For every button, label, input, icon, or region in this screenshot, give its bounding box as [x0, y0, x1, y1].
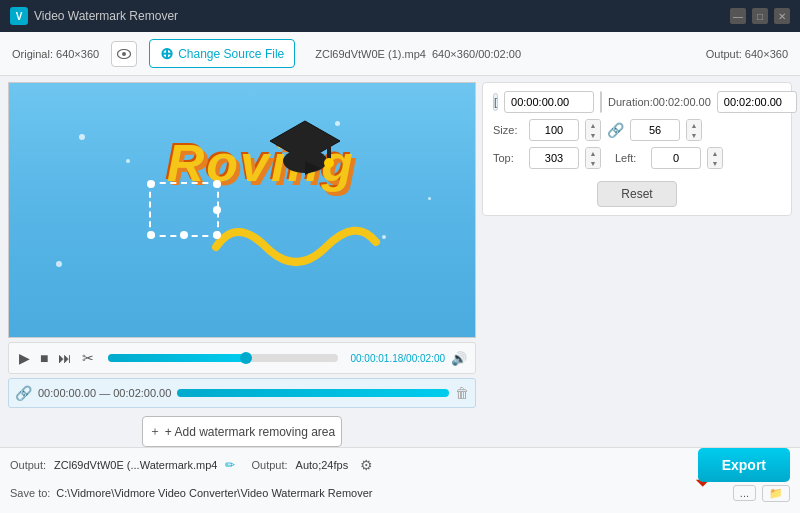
spin-up[interactable]: ▲	[687, 120, 701, 130]
seek-bar-fill	[108, 354, 246, 362]
time-display: 00:00:01.18/00:02:00	[350, 353, 445, 364]
window-controls: — □ ✕	[730, 8, 790, 24]
spin-up[interactable]: ▲	[708, 148, 722, 158]
graduation-cap-icon	[265, 113, 345, 183]
export-button[interactable]: Export	[698, 448, 790, 482]
clip-icon: 🔗	[15, 385, 32, 401]
start-time-input[interactable]	[504, 91, 594, 113]
seek-bar[interactable]	[108, 354, 338, 362]
svg-point-5	[324, 158, 334, 168]
main-container: Original: 640×360 ⊕ Change Source File Z…	[0, 32, 800, 513]
spin-down[interactable]: ▼	[586, 158, 600, 168]
spin-down[interactable]: ▼	[586, 130, 600, 140]
save-to-label: Save to:	[10, 487, 50, 499]
size-row: Size: ▲ ▼ 🔗 ▲ ▼	[493, 119, 781, 141]
output-file-value: ZCl69dVtW0E (...Watermark.mp4	[54, 459, 217, 471]
close-button[interactable]: ✕	[774, 8, 790, 24]
svg-rect-4	[327, 139, 331, 161]
eye-button[interactable]	[111, 41, 137, 67]
stop-button[interactable]: ■	[38, 348, 50, 368]
cut-button[interactable]: ✂	[80, 348, 96, 368]
app-title: Video Watermark Remover	[34, 9, 730, 23]
spin-up[interactable]: ▲	[586, 148, 600, 158]
reset-button[interactable]: Reset	[597, 181, 677, 207]
right-panel: [ ▲ ▼ Duration:00:02:00.00 ▲ ▼ ]	[482, 82, 792, 447]
sparkle	[56, 261, 62, 267]
squiggle-decoration	[206, 207, 386, 287]
top-spinner[interactable]: ▲ ▼	[585, 147, 601, 169]
bottom-row2: Save to: C:\Vidmore\Vidmore Video Conver…	[10, 482, 790, 504]
width-spinner[interactable]: ▲ ▼	[585, 119, 601, 141]
clip-fill	[177, 389, 449, 397]
sparkle	[79, 134, 85, 140]
more-options-button[interactable]: ...	[733, 485, 756, 501]
output-format-label: Output:	[251, 459, 287, 471]
settings-gear-icon[interactable]: ⚙	[360, 457, 373, 473]
start-bracket[interactable]: [	[493, 93, 498, 111]
output-format-value: Auto;24fps	[296, 459, 349, 471]
video-panel: Roving	[8, 82, 476, 447]
minimize-button[interactable]: —	[730, 8, 746, 24]
plus-icon: ⊕	[160, 44, 173, 63]
app-icon: V	[10, 7, 28, 25]
content-area: Roving	[0, 76, 800, 447]
left-input[interactable]	[651, 147, 701, 169]
maximize-button[interactable]: □	[752, 8, 768, 24]
time-range-row: [ ▲ ▼ Duration:00:02:00.00 ▲ ▼ ]	[493, 91, 781, 113]
original-label: Original: 640×360	[12, 48, 99, 60]
seek-thumb[interactable]	[240, 352, 252, 364]
selection-handle[interactable]	[147, 231, 155, 239]
eye-icon	[117, 49, 131, 59]
play-button[interactable]: ▶	[17, 348, 32, 368]
time-controls: [ ▲ ▼ Duration:00:02:00.00 ▲ ▼ ]	[482, 82, 792, 216]
spin-down[interactable]: ▼	[601, 102, 602, 112]
open-folder-button[interactable]: 📁	[762, 485, 790, 502]
spin-down[interactable]: ▼	[708, 158, 722, 168]
spin-up[interactable]: ▲	[586, 120, 600, 130]
position-row: Top: ▲ ▼ Left: ▲ ▼	[493, 147, 781, 169]
spin-down[interactable]: ▼	[687, 130, 701, 140]
add-watermark-plus-icon: ＋	[149, 423, 161, 440]
duration-label: Duration:00:02:00.00	[608, 96, 711, 108]
add-watermark-button[interactable]: ＋ + Add watermark removing area	[142, 416, 342, 447]
output-resolution-label: Output: 640×360	[706, 48, 788, 60]
step-forward-button[interactable]: ⏭	[56, 348, 74, 368]
clip-time-range: 00:00:00.00 — 00:02:00.00	[38, 387, 171, 399]
size-label: Size:	[493, 124, 523, 136]
selection-handle[interactable]	[180, 231, 188, 239]
bottom-bar: Output: ZCl69dVtW0E (...Watermark.mp4 ✏ …	[0, 447, 800, 513]
top-toolbar: Original: 640×360 ⊕ Change Source File Z…	[0, 32, 800, 76]
svg-point-1	[122, 52, 126, 56]
change-source-label: Change Source File	[178, 47, 284, 61]
left-label: Left:	[615, 152, 645, 164]
add-watermark-label: + Add watermark removing area	[165, 425, 335, 439]
video-preview: Roving	[8, 82, 476, 338]
playback-controls: ▶ ■ ⏭ ✂ 00:00:01.18/00:02:00 🔊	[8, 342, 476, 374]
clip-delete-button[interactable]: 🗑	[455, 385, 469, 401]
edit-pencil-icon[interactable]: ✏	[225, 458, 235, 472]
sparkle	[126, 159, 130, 163]
video-background: Roving	[9, 83, 475, 337]
bottom-row1: Output: ZCl69dVtW0E (...Watermark.mp4 ✏ …	[10, 452, 790, 478]
save-path-value: C:\Vidmore\Vidmore Video Converter\Video…	[56, 487, 726, 499]
change-source-button[interactable]: ⊕ Change Source File	[149, 39, 295, 68]
output-file-label: Output:	[10, 459, 46, 471]
top-input[interactable]	[529, 147, 579, 169]
width-input[interactable]	[529, 119, 579, 141]
left-spinner[interactable]: ▲ ▼	[707, 147, 723, 169]
start-time-spinner[interactable]: ▲ ▼	[600, 91, 602, 113]
end-time-input[interactable]	[717, 91, 797, 113]
sparkle	[428, 197, 431, 200]
clip-bar: 🔗 00:00:00.00 — 00:02:00.00 🗑	[8, 378, 476, 408]
top-label: Top:	[493, 152, 523, 164]
height-input[interactable]	[630, 119, 680, 141]
volume-icon[interactable]: 🔊	[451, 351, 467, 366]
height-spinner[interactable]: ▲ ▼	[686, 119, 702, 141]
spin-up[interactable]: ▲	[601, 92, 602, 102]
title-bar: V Video Watermark Remover — □ ✕	[0, 0, 800, 32]
link-icon: 🔗	[607, 122, 624, 138]
file-info: ZCl69dVtW0E (1).mp4 640×360/00:02:00	[315, 48, 521, 60]
